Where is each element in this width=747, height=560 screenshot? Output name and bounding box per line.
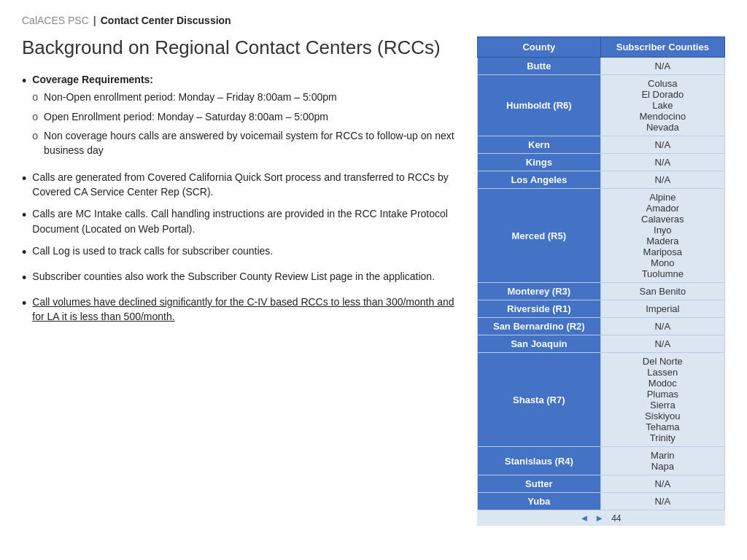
- table-row: SutterN/A: [478, 475, 725, 493]
- list-item: • Calls are generated from Covered Calif…: [22, 170, 462, 200]
- next-button[interactable]: ►: [592, 513, 607, 524]
- list-item: • Call Log is used to track calls for su…: [22, 244, 462, 262]
- subscriber-cell: Imperial: [600, 300, 724, 318]
- table-row: Monterey (R3)San Benito: [478, 283, 725, 300]
- county-cell: Stanislaus (R4): [478, 447, 601, 475]
- main-layout: Background on Regional Contact Centers (…: [22, 36, 725, 526]
- coverage-label: Coverage Requirements:: [32, 74, 153, 85]
- table-header-subscribers: Subscriber Counties: [600, 37, 724, 58]
- county-cell: Kings: [478, 154, 601, 171]
- subscriber-cell: N/A: [600, 335, 724, 353]
- sub-item-text: Open Enrollment period: Monday – Saturda…: [44, 109, 328, 124]
- table-navigation: ◄ ► 44: [477, 510, 725, 526]
- table-row: Merced (R5)AlpineAmadorCalaverasInyoMade…: [478, 189, 725, 283]
- subscriber-cell: Del NorteLassenModocPlumasSierraSiskiyou…: [600, 353, 724, 447]
- rcc-table: County Subscriber Counties ButteN/AHumbo…: [477, 36, 725, 510]
- table-row: KingsN/A: [478, 154, 725, 171]
- county-cell: Los Angeles: [478, 171, 601, 189]
- bullet-list: • Coverage Requirements: o Non-Open enro…: [22, 72, 462, 324]
- coverage-sub-list: o Non-Open enrollment period: Monday – F…: [32, 90, 462, 158]
- subscriber-cell: N/A: [600, 171, 724, 189]
- header: CalACES PSC | Contact Center Discussion: [22, 15, 725, 26]
- calls-generated-text: Calls are generated from Covered Califor…: [32, 170, 462, 200]
- sub-item-text: Non-Open enrollment period: Monday – Fri…: [44, 90, 337, 104]
- table-row: Humboldt (R6)ColusaEl DoradoLakeMendocin…: [478, 75, 725, 136]
- bullet-icon: •: [22, 71, 26, 90]
- call-log-text: Call Log is used to track calls for subs…: [32, 244, 462, 258]
- county-cell: Shasta (R7): [478, 353, 601, 447]
- list-item: • Coverage Requirements: o Non-Open enro…: [22, 72, 462, 162]
- subscriber-counties-text: Subscriber counties also work the Subscr…: [32, 269, 462, 284]
- county-cell: Humboldt (R6): [478, 75, 601, 136]
- table-row: Shasta (R7)Del NorteLassenModocPlumasSie…: [478, 353, 725, 447]
- county-cell: Kern: [478, 136, 601, 154]
- table-row: San Bernardino (R2)N/A: [478, 318, 725, 335]
- list-item: o Open Enrollment period: Monday – Satur…: [32, 109, 462, 124]
- county-cell: San Joaquin: [478, 335, 601, 353]
- subscriber-cell: San Benito: [600, 283, 724, 300]
- subscriber-cell: N/A: [600, 475, 724, 493]
- table-row: ButteN/A: [478, 58, 725, 75]
- subscriber-cell: AlpineAmadorCalaverasInyoMaderaMariposaM…: [600, 189, 724, 283]
- county-cell: San Bernardino (R2): [478, 318, 601, 335]
- call-volumes-text: Call volumes have declined significantly…: [32, 295, 462, 324]
- page-number: 44: [611, 513, 621, 524]
- brand-label: CalACES PSC: [22, 15, 89, 26]
- right-column: County Subscriber Counties ButteN/AHumbo…: [477, 36, 725, 526]
- header-title: Contact Center Discussion: [101, 15, 231, 26]
- prev-button[interactable]: ◄: [576, 513, 592, 524]
- subscriber-cell: N/A: [600, 318, 724, 335]
- sub-bullet-icon: o: [32, 128, 38, 143]
- mc-intake-text: Calls are MC Intake calls. Call handling…: [32, 206, 462, 236]
- list-item: o Non coverage hours calls are answered …: [32, 128, 462, 158]
- list-item: • Calls are MC Intake calls. Call handli…: [22, 206, 462, 236]
- county-cell: Monterey (R3): [478, 283, 601, 300]
- left-column: Background on Regional Contact Centers (…: [22, 36, 462, 332]
- sub-bullet-icon: o: [32, 109, 38, 124]
- list-item: o Non-Open enrollment period: Monday – F…: [32, 90, 462, 104]
- county-cell: Merced (R5): [478, 189, 601, 283]
- list-item: • Subscriber counties also work the Subs…: [22, 269, 462, 287]
- county-cell: Yuba: [478, 493, 601, 510]
- subscriber-cell: N/A: [600, 58, 724, 75]
- header-divider: |: [93, 15, 96, 26]
- bullet-icon: •: [22, 268, 26, 287]
- sub-bullet-icon: o: [32, 90, 38, 104]
- subscriber-cell: ColusaEl DoradoLakeMendocinoNevada: [600, 75, 724, 136]
- list-item: • Call volumes have declined significant…: [22, 295, 462, 324]
- table-row: Stanislaus (R4)MarinNapa: [478, 447, 725, 475]
- table-row: Riverside (R1)Imperial: [478, 300, 725, 318]
- table-row: San JoaquinN/A: [478, 335, 725, 353]
- table-row: YubaN/A: [478, 493, 725, 510]
- table-row: KernN/A: [478, 136, 725, 154]
- subscriber-cell: MarinNapa: [600, 447, 724, 475]
- county-cell: Riverside (R1): [478, 300, 601, 318]
- page-heading: Background on Regional Contact Centers (…: [22, 36, 462, 59]
- table-header-county: County: [478, 37, 601, 58]
- sub-item-text: Non coverage hours calls are answered by…: [44, 128, 462, 158]
- county-cell: Butte: [478, 58, 601, 75]
- bullet-icon: •: [22, 206, 26, 225]
- subscriber-cell: N/A: [600, 154, 724, 171]
- bullet-icon: •: [22, 243, 26, 262]
- subscriber-cell: N/A: [600, 493, 724, 510]
- bullet-icon: •: [22, 294, 26, 313]
- subscriber-cell: N/A: [600, 136, 724, 154]
- coverage-item: Coverage Requirements: o Non-Open enroll…: [32, 72, 462, 162]
- bullet-icon: •: [22, 169, 26, 188]
- table-row: Los AngelesN/A: [478, 171, 725, 189]
- county-cell: Sutter: [478, 475, 601, 493]
